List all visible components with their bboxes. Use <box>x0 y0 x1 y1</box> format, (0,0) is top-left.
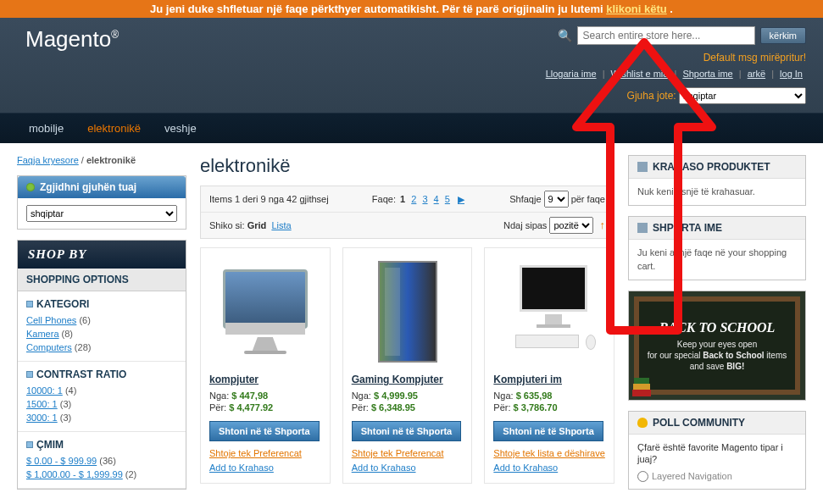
add-compare-link[interactable]: Add to Krahaso <box>493 461 605 475</box>
cart-empty: Ju keni asnjë faqe në your shopping cart… <box>629 240 805 280</box>
product-name-link[interactable]: Kompjuteri im <box>493 374 562 385</box>
top-links: Llogaria ime | Wishlist e mia | Shporta … <box>542 69 806 79</box>
add-to-cart-button[interactable]: Shtoni në të Shporta <box>493 421 603 441</box>
filter-link[interactable]: 1500: 1 <box>26 399 58 409</box>
add-to-cart-button[interactable]: Shtoni në të Shporta <box>352 421 462 441</box>
promo-text: Keep your eyes open for our special Back… <box>644 339 790 372</box>
sort-by: Ndaj sipas pozitë ↑ <box>503 217 605 234</box>
price-from: $ 635,98 <box>516 390 553 401</box>
search-input[interactable] <box>577 26 755 45</box>
item-count: Items 1 deri 9 nga 42 gjithsej <box>209 194 329 204</box>
category-icon <box>26 301 33 307</box>
add-to-cart-button[interactable]: Shtoni në të Shporta <box>209 421 320 441</box>
compare-icon <box>637 162 648 172</box>
compare-block-title: KRAHASO PRODUKTET <box>629 156 805 179</box>
sort-select[interactable]: pozitë <box>549 217 593 234</box>
compare-empty: Nuk keni asnjë të krahasuar. <box>629 179 805 205</box>
welcome-message: Default msg mirëpritur! <box>542 52 806 64</box>
filter-link[interactable]: 10000: 1 <box>26 385 63 396</box>
filter-link[interactable]: $ 0.00 - $ 999.99 <box>26 456 97 466</box>
shopping-options-title: SHOPPING OPTIONS <box>18 269 186 291</box>
link-cart[interactable]: Shporta ime <box>682 69 732 79</box>
product-image[interactable] <box>352 257 464 367</box>
banner-text-after: . <box>670 3 673 15</box>
nav-item-electronics[interactable]: elektronikë <box>75 114 153 143</box>
search-icon: 🔍 <box>558 29 572 42</box>
nav-item-apparel[interactable]: veshje <box>153 114 209 143</box>
page-link[interactable]: 4 <box>434 194 439 204</box>
link-login[interactable]: log In <box>780 69 803 79</box>
cart-icon <box>637 223 648 233</box>
price-to: $ 6,348.95 <box>371 402 415 413</box>
filter-link[interactable]: Cell Phones <box>26 315 76 325</box>
banner-text: Ju jeni duke shfletuar një faqe përkthye… <box>150 3 606 15</box>
product-card: kompjuter Nga: $ 447,98 Për: $ 4,477.92 … <box>200 247 331 484</box>
promo-back-to-school[interactable]: BACK TO SCHOOL Keep your eyes open for o… <box>628 291 806 401</box>
price-from: $ 447,98 <box>231 390 268 401</box>
poll-block-title: POLL COMMUNITY <box>629 412 805 435</box>
add-compare-link[interactable]: Add to Krahaso <box>352 461 464 475</box>
add-wishlist-link[interactable]: Shtoje tek Preferencat <box>209 446 321 461</box>
product-name-link[interactable]: kompjuter <box>209 374 259 385</box>
search-button[interactable]: kërkim <box>760 27 806 44</box>
view-mode: Shiko si: Grid Lista <box>209 220 292 230</box>
breadcrumb-home[interactable]: Faqja kryesore <box>17 155 79 165</box>
sort-direction-icon[interactable]: ↑ <box>600 219 606 231</box>
page-link[interactable]: 5 <box>445 194 450 204</box>
product-image[interactable] <box>209 257 321 367</box>
add-wishlist-link[interactable]: Shtoje tek lista e dëshirave <box>493 446 605 461</box>
filter-link[interactable]: 3000: 1 <box>26 413 58 423</box>
filter-contrast: CONTRAST RATIO 10000: 1 (4) 1500: 1 (3) … <box>18 362 186 432</box>
page-link[interactable]: 2 <box>411 194 416 204</box>
filter-link[interactable]: $ 1,000.00 - $ 1,999.99 <box>26 469 123 479</box>
view-list-link[interactable]: Lista <box>271 220 291 230</box>
link-checkout[interactable]: arkë <box>748 69 765 79</box>
add-wishlist-link[interactable]: Shtoje tek Preferencat <box>352 446 464 461</box>
poll-option[interactable]: Layered Navigation <box>637 471 797 482</box>
translation-banner: Ju jeni duke shfletuar një faqe përkthye… <box>0 0 823 18</box>
product-card: Gaming Kompjuter Nga: $ 4,999.95 Për: $ … <box>342 247 473 484</box>
language-block: Zgjidhni gjuhën tuaj shqiptar <box>17 175 186 230</box>
filter-link[interactable]: Computers <box>26 342 72 352</box>
lang-select-sidebar[interactable]: shqiptar <box>26 205 177 222</box>
add-compare-link[interactable]: Add to Krahaso <box>209 461 321 475</box>
nav-item-furniture[interactable]: mobilje <box>17 114 75 143</box>
filter-price: ÇMIM $ 0.00 - $ 999.99 (36) $ 1,000.00 -… <box>18 432 186 489</box>
product-name-link[interactable]: Gaming Kompjuter <box>352 374 443 385</box>
search-form: 🔍 kërkim <box>542 26 806 45</box>
filter-category: KATEGORI Cell Phones (6) Kamera (8) Comp… <box>18 291 186 362</box>
main-nav: mobilje elektronikë veshje <box>0 113 823 143</box>
shop-by-title: SHOP BY <box>18 241 186 269</box>
compare-block: KRAHASO PRODUKTET Nuk keni asnjë të krah… <box>628 155 806 206</box>
product-image[interactable] <box>493 257 605 367</box>
link-wishlist[interactable]: Wishlist e mia <box>611 69 669 79</box>
header: Magento® 🔍 kërkim Default msg mirëpritur… <box>0 18 823 113</box>
poll-question: Çfarë është favorite Magento tipar i jua… <box>637 441 797 466</box>
pager: Faqe: 1 2 3 4 5 ▶ <box>372 194 466 205</box>
products-grid: kompjuter Nga: $ 447,98 Për: $ 4,477.92 … <box>200 247 614 484</box>
logo[interactable]: Magento® <box>17 26 119 53</box>
per-page-select[interactable]: 9 <box>544 191 569 208</box>
price-icon <box>26 441 33 448</box>
books-icon <box>632 363 658 396</box>
language-block-title: Zgjidhni gjuhën tuaj <box>18 176 186 198</box>
link-account[interactable]: Llogaria ime <box>546 69 597 79</box>
breadcrumbs: Faqja kryesore / elektronikë <box>17 155 186 165</box>
per-page: Shfaqje 9 për faqe <box>509 191 605 208</box>
page-title: elektronikë <box>200 155 614 177</box>
breadcrumb-current: elektronikë <box>86 155 136 165</box>
poll-radio[interactable] <box>637 471 648 482</box>
lang-select-header[interactable]: shqiptar <box>679 87 806 104</box>
view-grid: Grid <box>247 220 267 230</box>
price-from: $ 4,999.95 <box>374 390 418 401</box>
price-to: $ 4,477.92 <box>229 402 273 413</box>
poll-block: POLL COMMUNITY Çfarë është favorite Mage… <box>628 411 806 490</box>
filter-link[interactable]: Kamera <box>26 329 59 339</box>
cart-block-title: SHPORTA IME <box>629 217 805 240</box>
header-language: Gjuha jote: shqiptar <box>17 87 806 104</box>
banner-link[interactable]: klikoni këtu <box>606 3 667 15</box>
page-link[interactable]: 3 <box>422 194 427 204</box>
promo-title: BACK TO SCHOOL <box>659 320 776 335</box>
globe-icon <box>26 183 35 191</box>
page-next-icon[interactable]: ▶ <box>458 194 464 204</box>
